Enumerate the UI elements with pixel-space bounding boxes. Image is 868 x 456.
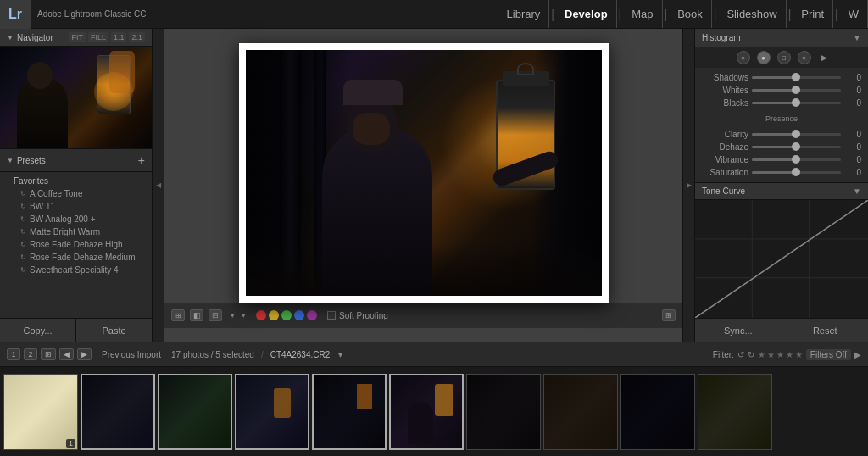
color-dot-red[interactable] xyxy=(256,310,266,320)
color-dot-yellow[interactable] xyxy=(269,310,279,320)
hist-icon-2[interactable]: ● xyxy=(757,51,771,64)
preset-item[interactable]: ↻ Rose Fade Dehaze High xyxy=(0,238,152,251)
copy-button[interactable]: Copy... xyxy=(0,319,76,342)
hist-icon-3[interactable]: □ xyxy=(777,51,791,64)
view-survey-icon[interactable]: ⊟ xyxy=(209,309,222,321)
slider-vibrance-track[interactable] xyxy=(752,158,841,161)
preset-item[interactable]: ↻ Rose Fade Dehaze Medium xyxy=(0,251,152,264)
film-thumb-6[interactable] xyxy=(389,374,464,450)
preset-item[interactable]: ↻ Sweetheart Speciality 4 xyxy=(0,264,152,276)
slider-blacks-label: Blacks xyxy=(702,98,748,108)
nav-print[interactable]: Print xyxy=(793,0,833,28)
star-1[interactable]: ★ xyxy=(758,350,765,359)
slider-vibrance-thumb[interactable] xyxy=(792,155,800,164)
slider-blacks-track[interactable] xyxy=(752,102,841,104)
nav-slideshow[interactable]: Slideshow xyxy=(718,0,786,28)
fit-btn-fit[interactable]: FIT xyxy=(69,32,86,42)
star-4[interactable]: ★ xyxy=(786,350,793,359)
film-nav-2[interactable]: 2 xyxy=(24,348,37,360)
preset-item[interactable]: ↻ Matte Bright Warm xyxy=(0,225,152,238)
preset-item[interactable]: ↻ BW Analog 200 + xyxy=(0,213,152,225)
slider-saturation-track[interactable] xyxy=(752,171,841,174)
reset-button[interactable]: Reset xyxy=(782,319,869,342)
sync-button[interactable]: Sync... xyxy=(695,319,782,342)
soft-proofing-control[interactable]: Soft Proofing xyxy=(327,311,388,320)
paste-button[interactable]: Paste xyxy=(76,319,152,342)
slider-dehaze-fill xyxy=(752,146,797,148)
film-prev-btn[interactable]: ◀ xyxy=(59,348,74,360)
film-thumb-8[interactable] xyxy=(543,374,618,450)
color-dot-purple[interactable] xyxy=(307,310,317,320)
slider-dehaze-track[interactable] xyxy=(752,146,841,148)
toolbar-right-icons: ⊞ xyxy=(662,309,676,321)
right-collapse-tab[interactable]: ▶ xyxy=(682,29,694,342)
fit-btn-fill[interactable]: FILL xyxy=(88,32,108,42)
presets-label: Presets xyxy=(17,156,46,165)
slider-whites-track[interactable] xyxy=(752,89,841,92)
thumb-1-badge: 1 xyxy=(66,439,75,448)
nav-menu: Library | Develop | Map | Book | Slidesh… xyxy=(498,0,868,28)
slider-shadows-thumb[interactable] xyxy=(792,73,800,81)
film-next-btn[interactable]: ▶ xyxy=(77,348,92,360)
film-filter-icon-2[interactable]: ↻ xyxy=(748,350,754,359)
film-thumb-5[interactable] xyxy=(312,374,387,450)
main-image-container xyxy=(239,43,609,303)
slider-whites-thumb[interactable] xyxy=(792,86,800,94)
preset-item[interactable]: ↻ A Coffee Tone xyxy=(0,187,152,200)
tone-curve-expand-icon[interactable]: ▼ xyxy=(853,186,861,196)
nav-map[interactable]: Map xyxy=(623,0,662,28)
film-thumb-4[interactable] xyxy=(235,374,309,450)
star-2[interactable]: ★ xyxy=(767,350,775,359)
star-5[interactable]: ★ xyxy=(795,350,803,359)
presence-title: Presence xyxy=(695,113,868,125)
nav-web[interactable]: W xyxy=(840,0,868,28)
slider-clarity-track[interactable] xyxy=(752,133,841,136)
filename-dropdown[interactable]: ▾ xyxy=(338,350,342,359)
view-normal-icon[interactable]: ⊞ xyxy=(171,309,185,321)
film-filter-label: Filter: xyxy=(713,350,734,359)
histogram-expand-icon[interactable]: ▼ xyxy=(853,33,861,42)
film-thumb-3[interactable] xyxy=(158,374,232,450)
film-thumb-10[interactable] xyxy=(698,374,772,450)
slider-shadows-track[interactable] xyxy=(752,76,841,79)
film-thumb-7[interactable] xyxy=(466,374,541,450)
view-compare-icon[interactable]: ◧ xyxy=(190,309,203,321)
fit-btn-2-1[interactable]: 2:1 xyxy=(129,32,145,42)
soft-proofing-checkbox[interactable] xyxy=(327,311,336,320)
film-thumb-2[interactable] xyxy=(81,374,155,450)
film-grid-btn[interactable]: ⊞ xyxy=(41,348,56,360)
preset-item[interactable]: ↻ BW 11 xyxy=(0,200,152,213)
filters-expand-icon[interactable]: ▶ xyxy=(854,350,861,359)
hist-arrow[interactable]: ▶ xyxy=(821,53,827,62)
fit-btn-1-1[interactable]: 1:1 xyxy=(111,32,127,42)
nav-develop[interactable]: Develop xyxy=(556,0,617,28)
film-nav-1[interactable]: 1 xyxy=(7,348,20,360)
color-dot-green[interactable] xyxy=(281,310,292,320)
slider-clarity-thumb[interactable] xyxy=(792,130,800,138)
nav-library[interactable]: Library xyxy=(498,0,550,28)
slider-vibrance: Vibrance 0 xyxy=(695,153,868,166)
filters-off-btn[interactable]: Filters Off xyxy=(806,349,851,360)
app-title: Adobe Lightroom Classic CC xyxy=(37,9,146,19)
tone-curve-area[interactable] xyxy=(695,200,868,318)
slider-saturation-thumb[interactable] xyxy=(792,168,800,176)
slider-shadows-value: 0 xyxy=(844,73,861,82)
hist-icon-1[interactable]: ○ xyxy=(737,51,750,64)
presets-add-icon[interactable]: + xyxy=(138,153,145,167)
nav-book[interactable]: Book xyxy=(669,0,712,28)
film-thumb-9[interactable] xyxy=(620,374,695,450)
film-thumb-1[interactable]: 1 xyxy=(3,374,78,450)
slider-dehaze-thumb[interactable] xyxy=(792,142,800,151)
preset-icon-6: ↻ xyxy=(20,253,26,261)
grid-view-icon[interactable]: ⊞ xyxy=(662,309,676,321)
color-dot-blue[interactable] xyxy=(294,310,304,320)
presets-group-favorites[interactable]: Favorites xyxy=(0,175,152,187)
left-collapse-tab[interactable]: ◀ xyxy=(153,29,164,342)
film-filter-icon-1[interactable]: ↺ xyxy=(737,350,744,359)
filmstrip-filename[interactable]: CT4A2634.CR2 xyxy=(270,350,331,359)
slider-blacks-thumb[interactable] xyxy=(792,98,800,107)
slider-whites: Whites 0 xyxy=(695,84,868,97)
hist-icon-4[interactable]: ○ xyxy=(798,51,811,64)
star-3[interactable]: ★ xyxy=(776,350,784,359)
copy-paste-bar: Copy... Paste xyxy=(0,318,152,342)
